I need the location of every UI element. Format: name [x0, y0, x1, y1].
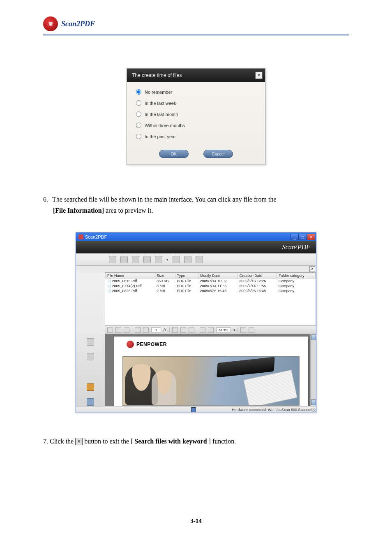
search-result-bar: × [76, 266, 316, 272]
scroll-down-icon[interactable] [311, 399, 316, 405]
col-size[interactable]: Size [155, 273, 175, 279]
radio-last-month[interactable]: In the last month [136, 111, 256, 117]
marquee-icon[interactable] [189, 327, 194, 333]
radio-three-months[interactable]: Within three months [136, 123, 256, 128]
pdf-page: PENPOWER [114, 337, 308, 406]
brand-bar: Scan2PDF [76, 241, 316, 253]
table-row[interactable]: 2009_0714(2).Pdf 3 MB PDF File 2009/7/14… [106, 283, 316, 288]
dialog-buttons: OK Cancel [127, 148, 265, 165]
dialog-title-text: The create time of files [132, 72, 182, 78]
select-icon[interactable] [172, 327, 178, 333]
status-icon [191, 407, 196, 412]
ok-button[interactable]: OK [159, 150, 189, 158]
app-screenshot: Scan2PDF _ □ × Scan2PDF ▾ × [76, 232, 316, 413]
cell-mod: 2009/7/14 11:55 [198, 283, 238, 288]
next-page-icon[interactable] [143, 327, 149, 333]
radio-input[interactable] [136, 123, 141, 128]
radio-input[interactable] [136, 89, 141, 95]
table-row[interactable]: 2009_0826.Pdf 2 MB PDF File 2009/8/26 16… [106, 288, 316, 293]
maximize-icon[interactable]: □ [299, 234, 307, 240]
prev-page-icon[interactable] [135, 327, 141, 333]
mail-icon[interactable] [143, 256, 151, 263]
page-total: /1 [164, 328, 167, 332]
scan-icon[interactable] [109, 256, 116, 263]
step-line: area to preview it. [104, 207, 153, 214]
file-information-table[interactable]: File Name Size Type Modify Date Creation… [105, 272, 316, 326]
table-row[interactable]: 2009_0616.Pdf 350 KB PDF File 2009/7/14 … [106, 279, 316, 284]
cell-type: PDF File [175, 288, 198, 293]
radio-last-week[interactable]: In the last week [136, 100, 256, 106]
window-title: Scan2PDF [85, 235, 107, 239]
col-filename[interactable]: File Name [106, 273, 155, 279]
col-type[interactable]: Type [175, 273, 198, 279]
radio-label: In the last month [145, 112, 178, 117]
pdf-viewer[interactable]: PENPOWER [105, 334, 316, 406]
cancel-button[interactable]: Cancel [203, 150, 233, 158]
step-number: 6. [43, 194, 52, 205]
dialog-body: No remember In the last week In the last… [127, 82, 265, 148]
brand-text: Scan2PDF [282, 244, 310, 251]
radio-past-year[interactable]: In the past year [136, 134, 256, 139]
cell-type: PDF File [175, 283, 198, 288]
zoom-in-icon[interactable] [208, 327, 214, 333]
logo-icon: 筆 [43, 16, 58, 31]
page-header: 筆 Scan2PDF [43, 16, 349, 35]
preview-image [122, 356, 300, 406]
col-folder[interactable]: Folder category [277, 273, 316, 279]
penpower-text: PENPOWER [136, 341, 167, 347]
dropdown-arrow-icon[interactable]: ▾ [166, 258, 168, 262]
page-number: 3-14 [0, 518, 392, 525]
grid-icon[interactable] [155, 256, 162, 263]
search-function-name: Search files with keyword [134, 436, 207, 447]
app-title: Scan2PDF [61, 20, 95, 28]
cell-cre: 2009/6/16 12:26 [238, 279, 277, 284]
close-icon[interactable]: × [307, 234, 315, 240]
bookmarks-icon[interactable] [87, 353, 94, 360]
col-modify[interactable]: Modify Date [198, 273, 238, 279]
minimize-icon[interactable]: _ [291, 234, 299, 240]
zoom-icon[interactable] [184, 256, 191, 263]
app-icon [78, 235, 83, 239]
radio-input[interactable] [136, 100, 141, 106]
close-icon[interactable]: × [255, 72, 263, 79]
file-info-label: [File Information] [53, 207, 104, 214]
page-number-field[interactable]: 1 [151, 327, 161, 332]
main-toolbar: ▾ [76, 253, 316, 266]
radio-no-remember[interactable]: No remember [136, 89, 256, 95]
cell-folder: Company [277, 283, 316, 288]
thumbs-icon[interactable] [87, 338, 94, 346]
cell-size: 2 MB [155, 288, 175, 293]
cell-folder: Company [277, 288, 316, 293]
radio-input[interactable] [136, 111, 141, 117]
step-6-text: 6.The searched file will be shown in the… [43, 194, 349, 216]
radio-label: Within three months [145, 123, 185, 128]
attach-icon[interactable] [87, 398, 94, 406]
penpower-logo-icon [127, 341, 134, 348]
fit-page-icon[interactable] [249, 327, 254, 333]
file-icon[interactable] [132, 256, 139, 263]
comments-icon[interactable] [87, 383, 94, 391]
scroll-up-icon[interactable] [311, 334, 316, 340]
radio-input[interactable] [136, 134, 141, 139]
col-creation[interactable]: Creation Date [238, 273, 277, 279]
open-icon[interactable] [124, 327, 129, 333]
zoom-field[interactable]: 62.3% [216, 327, 231, 332]
status-bar: Hardware connected: WorldocScan 600 Scan… [76, 406, 316, 413]
settings-icon[interactable] [196, 256, 203, 263]
cell-cre: 2009/7/14 11:55 [238, 283, 277, 288]
zoom-dropdown-icon[interactable]: ▾ [233, 328, 235, 332]
radio-label: No remember [145, 90, 172, 95]
radio-label: In the last week [145, 101, 176, 106]
print-icon[interactable] [107, 327, 113, 333]
preview-area: PENPOWER [76, 334, 316, 406]
vertical-scrollbar[interactable] [310, 334, 316, 406]
cell-mod: 2009/7/14 10:02 [198, 279, 238, 284]
save-icon[interactable] [115, 327, 121, 333]
fit-width-icon[interactable] [240, 327, 246, 333]
zoom-out-icon[interactable] [200, 327, 205, 333]
folder-icon[interactable] [120, 256, 128, 263]
hand-icon[interactable] [180, 327, 186, 333]
search-icon[interactable] [173, 256, 180, 263]
search-close-button[interactable]: × [309, 266, 315, 272]
resize-grip-icon[interactable] [311, 408, 316, 412]
